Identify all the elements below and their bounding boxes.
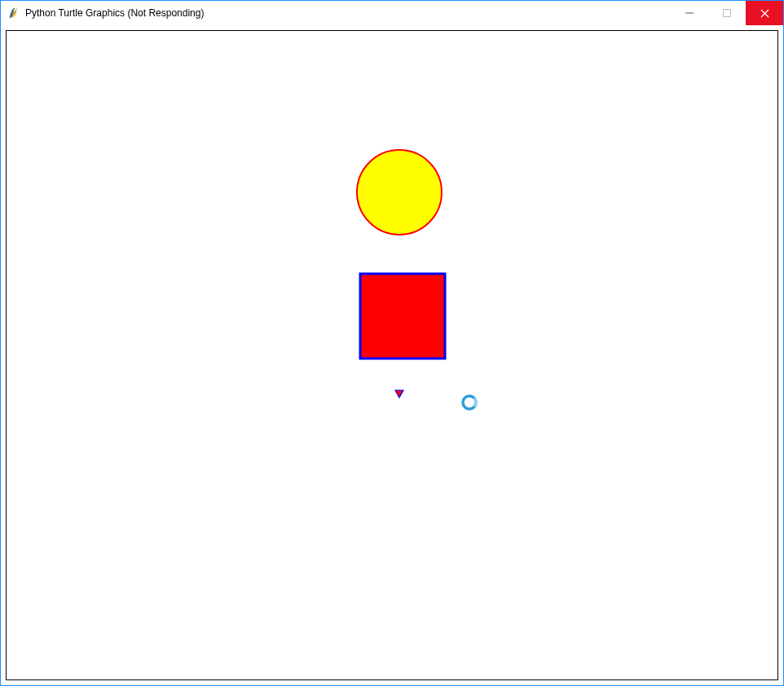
- minimize-button[interactable]: [671, 1, 708, 25]
- drawn-circle: [357, 150, 442, 235]
- busy-cursor-icon: [460, 394, 478, 411]
- maximize-button[interactable]: [708, 1, 746, 25]
- turtle-canvas-frame: [6, 30, 778, 680]
- titlebar[interactable]: Python Turtle Graphics (Not Responding): [1, 1, 783, 25]
- turtle-cursor-icon: [395, 390, 403, 398]
- svg-rect-1: [724, 10, 731, 17]
- turtle-canvas: [7, 31, 777, 680]
- drawn-square: [360, 274, 445, 358]
- app-window: Python Turtle Graphics (Not Responding): [0, 0, 784, 686]
- svg-point-4: [463, 396, 476, 409]
- close-button[interactable]: [746, 1, 783, 25]
- python-feather-icon: [7, 7, 20, 20]
- window-title: Python Turtle Graphics (Not Responding): [25, 7, 204, 19]
- window-controls: [671, 1, 783, 25]
